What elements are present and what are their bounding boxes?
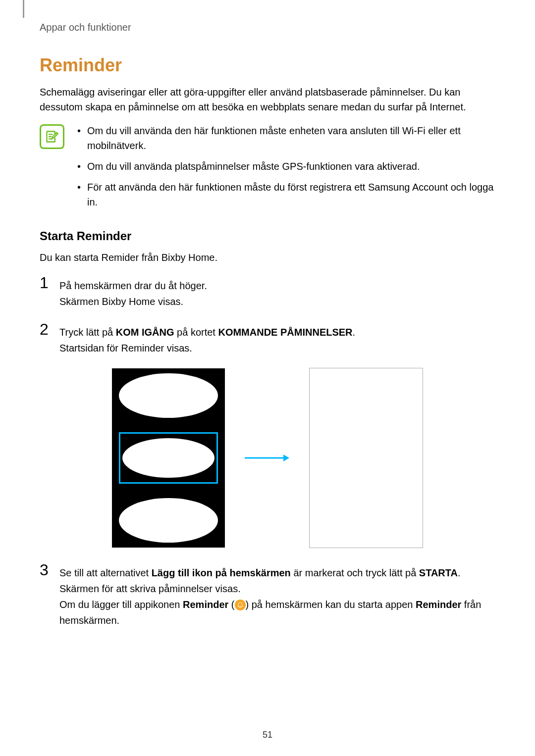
step-number: 3 xyxy=(40,562,51,578)
step-bold: KOMMANDE PÅMINNELSER xyxy=(218,327,352,338)
page-content: Appar och funktioner Reminder Schemalägg… xyxy=(0,0,535,660)
step-text: ( xyxy=(228,599,234,610)
step-3: 3 Se till att alternativet Lägg till iko… xyxy=(40,562,495,628)
step-body: Tryck lätt på KOM IGÅNG på kortet KOMMAN… xyxy=(59,321,495,356)
step-2: 2 Tryck lätt på KOM IGÅNG på kortet KOMM… xyxy=(40,321,495,356)
sub-intro: Du kan starta Remider från Bixby Home. xyxy=(40,250,495,265)
note-item: Om du vill använda platspåminnelser måst… xyxy=(75,159,495,174)
step-text: är markerat och tryck lätt på xyxy=(291,567,419,578)
breadcrumb: Appar och funktioner xyxy=(40,22,495,33)
svg-marker-1 xyxy=(283,454,289,461)
note-item: Om du vill använda den här funktionen må… xyxy=(75,123,495,153)
step-text: Startsidan för Reminder visas. xyxy=(59,343,192,353)
step-text: Om du lägger till appikonen xyxy=(59,599,183,610)
step-body: Se till att alternativet Lägg till ikon … xyxy=(59,562,495,628)
arrow-right-icon xyxy=(245,453,289,463)
note-list: Om du vill använda den här funktionen må… xyxy=(75,123,495,215)
note-icon xyxy=(40,124,64,149)
step-bold: STARTA xyxy=(419,567,458,578)
page-number: 51 xyxy=(0,730,535,740)
page-title: Reminder xyxy=(40,55,495,76)
step-number: 2 xyxy=(40,321,51,337)
note-block: Om du vill använda den här funktionen må… xyxy=(40,123,495,215)
step-graphic xyxy=(40,368,495,548)
step-text: Tryck lätt på xyxy=(59,327,116,338)
step-bold: Lägg till ikon på hemskärmen xyxy=(152,567,291,578)
step-text: På hemskärmen drar du åt höger. xyxy=(59,280,207,291)
step-text: Skärmen för att skriva påminnelser visas… xyxy=(59,583,241,594)
step-text: ) på hemskärmen kan du starta appen xyxy=(246,599,416,610)
note-item: För att använda den här funktionen måste… xyxy=(75,180,495,209)
step-bold: KOM IGÅNG xyxy=(116,327,174,338)
step-text: Se till att alternativet xyxy=(59,567,152,578)
step-bold: Reminder xyxy=(416,599,461,610)
pencil-paper-icon xyxy=(45,130,59,144)
ui-card-placeholder xyxy=(119,498,218,543)
ui-card-highlighted xyxy=(119,432,218,484)
step-number: 1 xyxy=(40,275,51,291)
step-bold: Reminder xyxy=(183,599,228,610)
step-text: på kortet xyxy=(174,327,218,338)
phone-screenshot-right xyxy=(309,368,423,548)
step-text: Skärmen Bixby Home visas. xyxy=(59,296,183,307)
phone-screenshot-left xyxy=(112,368,225,548)
step-body: På hemskärmen drar du åt höger. Skärmen … xyxy=(59,275,495,309)
ui-card-placeholder xyxy=(119,373,218,418)
subheading: Starta Reminder xyxy=(40,229,495,243)
step-1: 1 På hemskärmen drar du åt höger. Skärme… xyxy=(40,275,495,309)
step-text: . xyxy=(458,567,461,578)
ui-card-placeholder xyxy=(122,438,214,478)
intro-paragraph: Schemalägg aviseringar eller att göra-up… xyxy=(40,85,495,114)
step-text: . xyxy=(353,327,356,338)
reminder-app-icon xyxy=(235,600,246,610)
